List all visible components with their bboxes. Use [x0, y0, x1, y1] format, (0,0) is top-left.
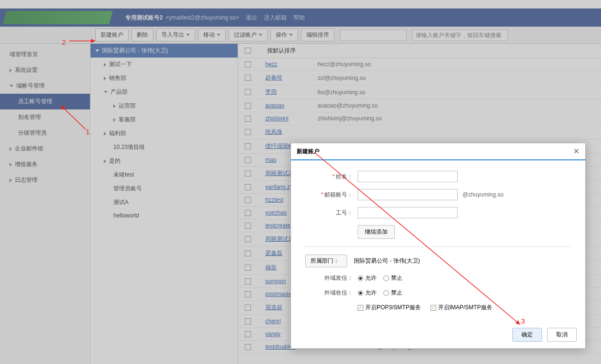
- department-select[interactable]: 所属部门：: [305, 255, 347, 267]
- label-extrecv: 外域收信：: [324, 289, 353, 296]
- confirm-button[interactable]: 确定: [512, 328, 542, 342]
- label-jobno: 工号：: [336, 209, 353, 216]
- email-input[interactable]: [358, 189, 458, 200]
- close-icon[interactable]: ✕: [573, 147, 580, 156]
- domain-suffix: @zhuyuming.so: [462, 191, 503, 198]
- label-extsend: 外域发信：: [324, 275, 353, 281]
- cancel-button[interactable]: 取消: [547, 328, 577, 342]
- name-input[interactable]: [358, 171, 458, 182]
- label-email: 邮箱账号：: [324, 191, 353, 198]
- dialog-title: 新建账户: [297, 148, 320, 156]
- extsend-allow-radio[interactable]: 允许: [358, 274, 377, 282]
- label-name: 姓名：: [336, 173, 353, 180]
- extsend-forbid-radio[interactable]: 禁止: [383, 274, 402, 282]
- pop3-checkbox[interactable]: 开启POP3/SMTP服务: [358, 304, 421, 312]
- extrecv-allow-radio[interactable]: 允许: [358, 289, 377, 297]
- imap-checkbox[interactable]: 开启IMAP/SMTP服务: [431, 304, 492, 312]
- extrecv-forbid-radio[interactable]: 禁止: [383, 289, 402, 297]
- add-more-button[interactable]: 继续添加: [358, 225, 395, 239]
- dialog-header: 新建账户 ✕: [291, 143, 585, 160]
- department-value: 国际贸易公司 - 张伟(大卫): [354, 257, 420, 265]
- jobno-input[interactable]: [358, 207, 458, 218]
- new-account-dialog: 新建账户 ✕ *姓名： *邮箱账号： @zhuyuming.so 工号： 继续添…: [290, 143, 586, 349]
